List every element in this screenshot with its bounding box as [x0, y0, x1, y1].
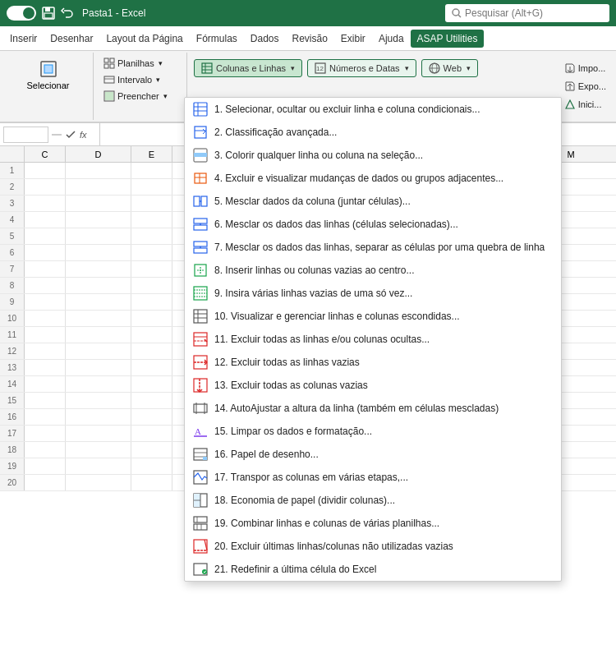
cell[interactable] [66, 294, 131, 310]
dropdown-menu-item[interactable]: 13. Excluir todas as colunas vazias [185, 374, 561, 397]
dropdown-menu-item[interactable]: 12. Excluir todas as linhas vazias [185, 351, 561, 374]
dropdown-menu-item[interactable]: 5. Mesclar dados da coluna (juntar célul… [185, 190, 561, 213]
cell[interactable] [131, 228, 172, 244]
search-box[interactable] [445, 4, 609, 22]
dropdown-menu-item[interactable]: 17. Transpor as colunas em várias etapas… [185, 466, 561, 489]
cell[interactable] [66, 360, 131, 375]
cell[interactable] [25, 360, 66, 375]
menu-ajuda[interactable]: Ajuda [372, 30, 411, 48]
cell[interactable] [25, 327, 66, 343]
cell[interactable] [66, 261, 131, 277]
dropdown-menu-item[interactable]: 11. Excluir todas as linhas e/ou colunas… [185, 328, 561, 351]
cell[interactable] [25, 196, 66, 211]
dropdown-menu-item[interactable]: 7. Mesclar os dados das linhas, separar … [185, 236, 561, 259]
cell[interactable] [66, 163, 131, 178]
cell[interactable] [66, 228, 131, 244]
cell[interactable] [131, 196, 172, 211]
cell[interactable] [131, 261, 172, 277]
cell[interactable] [25, 278, 66, 293]
cell[interactable] [25, 409, 66, 425]
dropdown-menu-item[interactable]: A 15. Limpar os dados e formatação... [185, 420, 561, 443]
cell[interactable] [25, 442, 66, 458]
menu-inserir[interactable]: Inserir [3, 30, 44, 48]
cell[interactable] [131, 294, 172, 310]
cell[interactable] [25, 426, 66, 441]
dropdown-menu-item[interactable]: 6. Mesclar os dados das linhas (células … [185, 213, 561, 236]
cell[interactable] [131, 343, 172, 359]
cell[interactable] [66, 179, 131, 195]
ribbon-planilhas[interactable]: Planilhas ▾ [100, 56, 183, 71]
ribbon-inici[interactable]: Inici... [561, 97, 609, 112]
cell[interactable] [131, 458, 172, 474]
menu-desenhar[interactable]: Desenhar [44, 30, 99, 48]
menu-revisao[interactable]: Revisão [286, 30, 334, 48]
dropdown-menu-item[interactable]: 9. Insira várias linhas vazias de uma só… [185, 282, 561, 305]
cell[interactable] [25, 311, 66, 326]
cell[interactable] [25, 163, 66, 178]
cell[interactable] [66, 376, 131, 392]
dropdown-menu-item[interactable]: 20. Excluir últimas linhas/colunas não u… [185, 535, 561, 558]
dropdown-menu-item[interactable]: 3. Colorir qualquer linha ou coluna na s… [185, 144, 561, 167]
cell[interactable] [25, 343, 66, 359]
menu-dados[interactable]: Dados [244, 30, 286, 48]
cell[interactable] [66, 327, 131, 343]
cell[interactable] [131, 179, 172, 195]
cell[interactable] [66, 458, 131, 474]
cell[interactable] [131, 278, 172, 293]
search-input[interactable] [465, 7, 588, 19]
cell[interactable] [66, 278, 131, 293]
cell[interactable] [131, 442, 172, 458]
menu-exibir[interactable]: Exibir [334, 30, 372, 48]
cell[interactable] [131, 163, 172, 178]
cell[interactable] [131, 475, 172, 490]
ribbon-intervalo[interactable]: Intervalo ▾ [100, 72, 183, 87]
undo-icon[interactable] [61, 7, 74, 20]
cell[interactable] [25, 376, 66, 392]
cell-name-box[interactable] [3, 127, 48, 143]
cell[interactable] [66, 245, 131, 260]
cell[interactable] [131, 426, 172, 441]
cell[interactable] [66, 196, 131, 211]
ribbon-web-btn[interactable]: Web ▾ [421, 59, 478, 77]
dropdown-menu-item[interactable]: 8. Inserir linhas ou colunas vazias ao c… [185, 259, 561, 282]
dropdown-menu-item[interactable]: 4. Excluir e visualizar mudanças de dado… [185, 167, 561, 190]
cell[interactable] [131, 327, 172, 343]
save-icon[interactable] [41, 6, 56, 21]
cell[interactable] [66, 409, 131, 425]
dropdown-menu-item[interactable]: 10. Visualizar e gerenciar linhas e colu… [185, 305, 561, 328]
cell[interactable] [25, 261, 66, 277]
cell[interactable] [25, 294, 66, 310]
autosave-toggle[interactable] [7, 6, 36, 21]
cell[interactable] [131, 393, 172, 408]
cell[interactable] [25, 212, 66, 228]
cell[interactable] [131, 360, 172, 375]
cell[interactable] [131, 376, 172, 392]
menu-layout[interactable]: Layout da Página [99, 30, 189, 48]
ribbon-impo[interactable]: Impo... [561, 61, 609, 76]
ribbon-selecionar[interactable]: Selecionar [7, 56, 90, 94]
cell[interactable] [25, 393, 66, 408]
dropdown-menu-item[interactable]: 16. Papel de desenho... [185, 443, 561, 466]
cell[interactable] [131, 245, 172, 260]
cell[interactable] [131, 409, 172, 425]
menu-formulas[interactable]: Fórmulas [190, 30, 244, 48]
cell[interactable] [66, 442, 131, 458]
cell[interactable] [131, 212, 172, 228]
ribbon-expo[interactable]: Expo... [561, 79, 609, 94]
ribbon-preencher[interactable]: Preencher ▾ [100, 89, 183, 104]
ribbon-colunas-linhas-btn[interactable]: Colunas e Linhas ▾ [194, 59, 302, 77]
dropdown-menu-item[interactable]: 18. Economia de papel (dividir colunas).… [185, 489, 561, 512]
cell[interactable] [25, 475, 66, 490]
cell[interactable] [66, 343, 131, 359]
cell[interactable] [66, 393, 131, 408]
cell[interactable] [131, 311, 172, 326]
cell[interactable] [66, 426, 131, 441]
cell[interactable] [66, 212, 131, 228]
dropdown-menu-item[interactable]: 19. Combinar linhas e colunas de várias … [185, 512, 561, 535]
cell[interactable] [25, 228, 66, 244]
dropdown-menu-item[interactable]: 1. Selecionar, ocultar ou excluir linha … [185, 98, 561, 121]
ribbon-numeros-datas-btn[interactable]: 12 Números e Datas ▾ [307, 59, 416, 77]
cell[interactable] [25, 458, 66, 474]
menu-asap[interactable]: ASAP Utilities [411, 30, 485, 48]
cell[interactable] [25, 179, 66, 195]
